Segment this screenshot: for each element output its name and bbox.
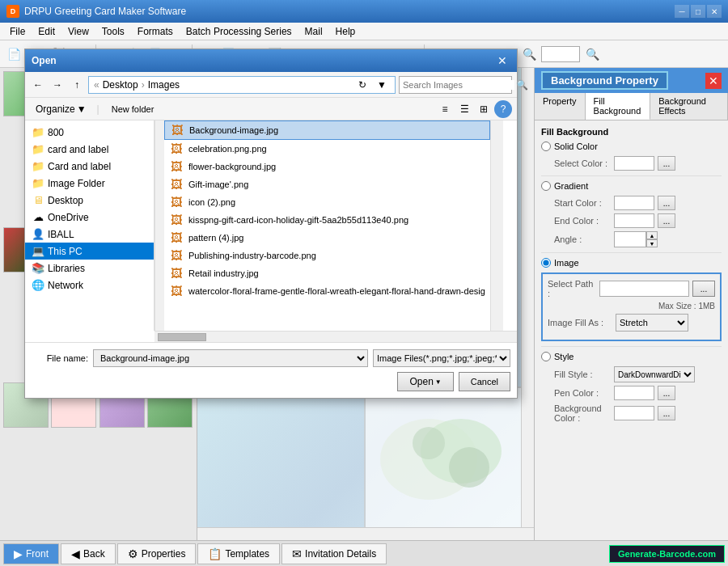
file-item-2[interactable]: 🖼 flower-background.jpg	[164, 158, 490, 175]
dialog-close-button[interactable]: ✕	[494, 53, 510, 68]
bg-color-label: Background Color :	[554, 403, 611, 423]
file-item-6[interactable]: 🖼 pattern (4).jpg	[164, 229, 490, 247]
tab-invitation[interactable]: ✉ Invitation Details	[281, 543, 387, 564]
select-color-swatch[interactable]	[614, 156, 654, 171]
search-box: 🔍	[399, 76, 512, 94]
file-item-4[interactable]: 🖼 icon (2).png	[164, 193, 490, 211]
tab-background-effects[interactable]: Background Effects	[650, 93, 728, 120]
menu-help[interactable]: Help	[329, 24, 362, 39]
nav-back-button[interactable]: ←	[30, 77, 46, 93]
tree-item-onedrive[interactable]: ☁ OneDrive	[25, 209, 154, 226]
panel-close-button[interactable]: ✕	[705, 73, 722, 89]
zoom-in-button[interactable]: 🔍	[518, 44, 540, 65]
file-item-9[interactable]: 🖼 watercolor-floral-frame-gentle-floral-…	[164, 282, 490, 300]
menu-file[interactable]: File	[3, 24, 32, 39]
bg-color-swatch[interactable]	[614, 406, 654, 420]
tree-scrollbar[interactable]	[154, 120, 164, 331]
menu-formats[interactable]: Formats	[131, 24, 180, 39]
tree-item-card-lower[interactable]: 📁 card and label	[25, 141, 154, 158]
menu-mail[interactable]: Mail	[298, 24, 329, 39]
pen-color-btn[interactable]: ...	[658, 386, 675, 400]
file-item-7[interactable]: 🖼 Publishing-industry-barcode.png	[164, 247, 490, 264]
angle-down-btn[interactable]: ▼	[646, 239, 658, 247]
angle-input[interactable]: 0	[614, 231, 646, 247]
file-item-8[interactable]: 🖼 Retail industry.jpg	[164, 264, 490, 282]
file-scrollbar[interactable]	[490, 120, 503, 331]
end-color-label: End Color :	[554, 216, 611, 226]
menu-batch[interactable]: Batch Processing Series	[180, 24, 298, 39]
tab-front[interactable]: ▶ Front	[3, 543, 59, 564]
tab-property[interactable]: Property	[535, 93, 586, 120]
new-button[interactable]: 📄	[3, 44, 24, 65]
tree-item-800[interactable]: 📁 800	[25, 124, 154, 141]
network-icon: 🌐	[32, 279, 44, 291]
file-item-0[interactable]: 🖼 Background-image.jpg	[164, 120, 490, 140]
style-radio[interactable]	[541, 352, 551, 361]
select-color-picker-btn[interactable]: ...	[658, 156, 675, 171]
right-panel: Background Property ✕ Property Fill Back…	[534, 68, 728, 540]
tree-item-this-pc[interactable]: 💻 This PC	[25, 243, 154, 260]
path-input[interactable]: C:\Users\IBALL\Des	[599, 281, 689, 297]
filetype-select[interactable]: Image Files(*.png;*.jpg;*.jpeg;*.	[373, 349, 510, 367]
end-color-btn[interactable]: ...	[658, 213, 675, 228]
tab-templates[interactable]: 📋 Templates	[197, 543, 280, 564]
view-details-button[interactable]: ☰	[455, 100, 473, 118]
tab-back[interactable]: ◀ Back	[61, 543, 116, 564]
angle-row: Angle : 0 ▲ ▼	[541, 231, 722, 247]
nav-refresh-button[interactable]: ↻	[354, 77, 370, 93]
zoom-out-button[interactable]: 🔍	[582, 44, 603, 65]
new-folder-button[interactable]: New folder	[104, 102, 162, 116]
tree-item-network[interactable]: 🌐 Network	[25, 277, 154, 294]
cancel-button[interactable]: Cancel	[459, 372, 510, 391]
nav-up-button[interactable]: ↑	[69, 77, 85, 93]
open-button[interactable]: Open ▼	[397, 372, 453, 391]
fill-style-select[interactable]: DarkDownwardDiagona	[614, 366, 695, 382]
pen-color-swatch[interactable]	[614, 386, 654, 400]
tree-item-iball[interactable]: 👤 IBALL	[25, 226, 154, 243]
templates-icon: 📋	[208, 547, 222, 560]
gradient-radio[interactable]	[541, 181, 551, 191]
h-scroll-thumb[interactable]	[158, 333, 206, 341]
view-grid-button[interactable]: ⊞	[475, 100, 493, 118]
tab-properties[interactable]: ⚙ Properties	[117, 543, 197, 564]
close-button[interactable]: ✕	[707, 5, 722, 18]
file-item-5[interactable]: 🖼 kisspng-gift-card-icon-holiday-gift-5a…	[164, 211, 490, 229]
menu-edit[interactable]: Edit	[32, 24, 61, 39]
tree-item-libraries[interactable]: 📚 Libraries	[25, 260, 154, 277]
view-list-button[interactable]: ≡	[436, 100, 454, 118]
filename-input[interactable]: Background-image.jpg	[93, 349, 368, 367]
file-item-3[interactable]: 🖼 Gift-image'.png	[164, 175, 490, 193]
tree-item-desktop[interactable]: 🖥 Desktop	[25, 192, 154, 209]
organize-dropdown-icon: ▼	[77, 103, 87, 115]
tree-item-image-folder[interactable]: 📁 Image Folder	[25, 175, 154, 192]
minimize-button[interactable]: ─	[675, 5, 689, 18]
nav-path-bar[interactable]: « Desktop › Images ↻ ▼	[88, 76, 396, 94]
image-fill-select[interactable]: Stretch	[616, 314, 688, 332]
view-help-button[interactable]: ?	[494, 100, 512, 118]
browse-button[interactable]: ...	[692, 281, 715, 297]
angle-up-btn[interactable]: ▲	[646, 231, 658, 239]
pen-color-label: Pen Color :	[554, 388, 611, 398]
search-input[interactable]	[403, 80, 514, 90]
image-radio[interactable]	[541, 258, 551, 268]
tree-label-network: Network	[48, 280, 83, 291]
organize-button[interactable]: Organize ▼	[30, 101, 92, 117]
file-name-8: Retail industry.jpg	[188, 268, 259, 278]
menu-view[interactable]: View	[61, 24, 95, 39]
bg-color-btn[interactable]: ...	[658, 406, 675, 420]
horizontal-scrollbar[interactable]	[154, 331, 517, 342]
start-color-btn[interactable]: ...	[658, 196, 675, 210]
tree-item-card-upper[interactable]: 📁 Card and label	[25, 158, 154, 175]
generate-barcode-link[interactable]: Generate-Barcode.com	[609, 545, 725, 563]
solid-color-radio[interactable]	[541, 142, 551, 151]
zoom-input[interactable]: 125%	[541, 46, 580, 62]
tab-fill-background[interactable]: Fill Background	[586, 93, 651, 120]
start-color-swatch[interactable]	[614, 196, 654, 210]
nav-forward-button[interactable]: →	[49, 77, 66, 93]
file-item-1[interactable]: 🖼 celebration.png.png	[164, 140, 490, 158]
end-color-swatch[interactable]	[614, 213, 654, 228]
tree-panel: 📁 800 📁 card and label 📁 Card and label …	[25, 120, 164, 331]
maximize-button[interactable]: □	[691, 5, 705, 18]
menu-tools[interactable]: Tools	[95, 24, 131, 39]
nav-dropdown-button[interactable]: ▼	[374, 77, 390, 93]
